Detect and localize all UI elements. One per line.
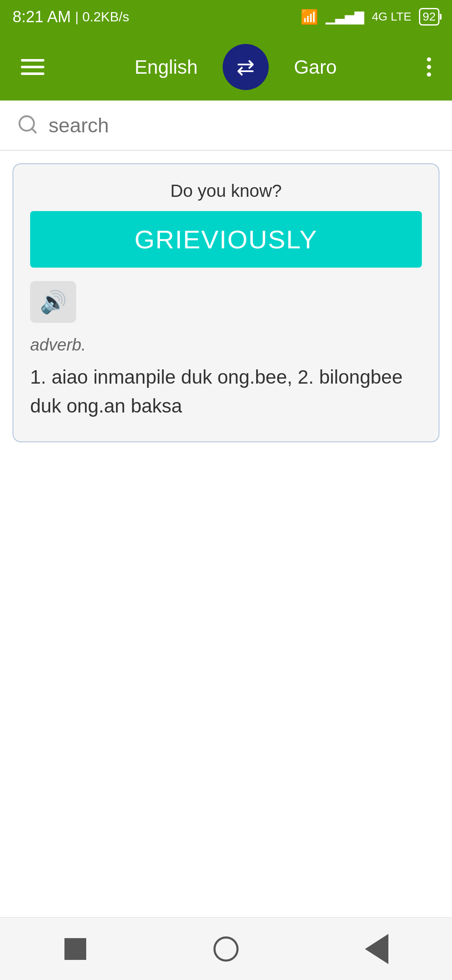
status-speed: | 0.2KB/s <box>75 9 129 25</box>
nav-recent-button[interactable] <box>54 932 96 966</box>
recent-icon <box>64 938 86 960</box>
hamburger-button[interactable] <box>17 55 49 79</box>
speaker-button[interactable]: 🔊 <box>30 281 76 323</box>
signal-icon: ▁▃▅▇ <box>326 10 364 24</box>
svg-line-1 <box>32 129 36 132</box>
back-icon <box>365 934 388 964</box>
hamburger-line-1 <box>21 59 44 62</box>
word-definition: 1. aiao inmanpile duk ong.bee, 2. bilong… <box>30 363 422 420</box>
language-switcher: English ⇄ Garo <box>134 44 336 90</box>
app-bar: English ⇄ Garo <box>0 34 452 101</box>
hamburger-line-3 <box>21 72 44 75</box>
search-input[interactable] <box>49 114 435 137</box>
nav-home-button[interactable] <box>205 932 247 966</box>
search-bar <box>0 101 452 151</box>
more-dot-3 <box>427 72 431 77</box>
word-of-day-text: GRIEVIOUSLY <box>134 225 318 254</box>
status-left: 8:21 AM | 0.2KB/s <box>13 8 129 26</box>
swap-language-button[interactable]: ⇄ <box>223 44 269 90</box>
swap-icon: ⇄ <box>236 54 255 80</box>
nav-bar <box>0 917 452 980</box>
status-time: 8:21 AM <box>13 8 71 26</box>
network-type-icon: 4G LTE <box>372 10 411 23</box>
speaker-icon: 🔊 <box>40 289 67 315</box>
do-you-know-label: Do you know? <box>30 181 422 201</box>
more-options-button[interactable] <box>423 53 435 81</box>
more-dot-2 <box>427 65 431 69</box>
wifi-icon: 📶 <box>300 8 318 25</box>
source-language-label: English <box>134 56 198 78</box>
home-icon <box>213 936 239 962</box>
hamburger-line-2 <box>21 66 44 68</box>
search-icon <box>17 113 39 137</box>
nav-back-button[interactable] <box>356 932 398 966</box>
word-banner: GRIEVIOUSLY <box>30 211 422 268</box>
word-card-container: Do you know? GRIEVIOUSLY 🔊 adverb. 1. ai… <box>0 151 452 442</box>
status-right: 📶 ▁▃▅▇ 4G LTE 92 <box>300 8 439 26</box>
more-dot-1 <box>427 57 431 62</box>
word-of-day-card: Do you know? GRIEVIOUSLY 🔊 adverb. 1. ai… <box>13 163 439 442</box>
status-bar: 8:21 AM | 0.2KB/s 📶 ▁▃▅▇ 4G LTE 92 <box>0 0 452 34</box>
battery-indicator: 92 <box>419 8 439 26</box>
battery-level: 92 <box>423 10 436 23</box>
part-of-speech: adverb. <box>30 335 422 354</box>
target-language-label: Garo <box>294 56 336 78</box>
